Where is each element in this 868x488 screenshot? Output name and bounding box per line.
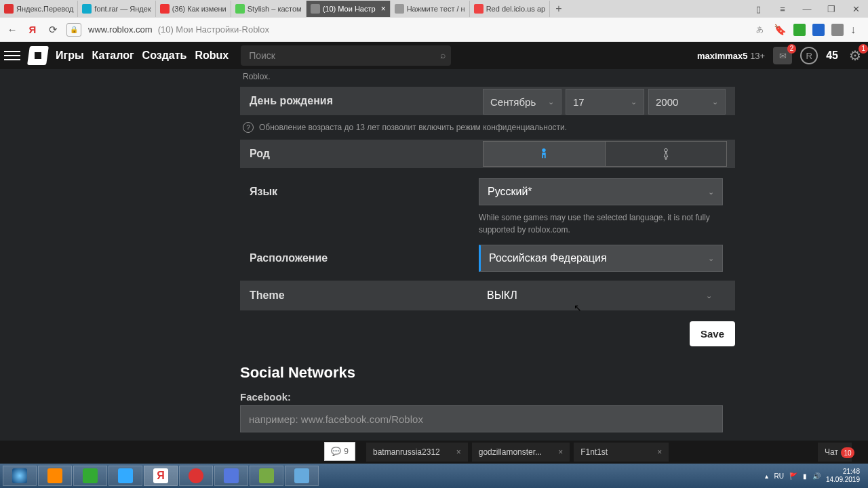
roblox-logo-icon[interactable] [27,46,49,65]
messages-button[interactable]: ✉ 2 [773,47,792,64]
page-content: Roblox. День рождения Сентябрь⌄ 17⌄ 2000… [0,69,868,464]
tab-active[interactable]: (10) Мои Настр× [307,1,391,17]
remnant-text: Roblox. [243,72,735,81]
female-icon [661,148,671,160]
tab[interactable]: Red del.icio.us ap [470,1,550,17]
tray-sound-icon[interactable]: 🔊 [812,472,821,480]
chat-popup[interactable]: 💬 9 [324,442,355,461]
windows-taskbar: Я ▴ RU 🚩 ▮ 🔊 21:48 14.09.2019 [0,464,868,488]
language-label: Язык [240,178,479,206]
tab[interactable]: font.rar — Яндек [78,1,155,17]
taskbar-app[interactable]: Я [144,466,178,486]
extensions: ↓ [793,24,863,36]
settings-button[interactable]: ⚙ 1 [846,47,864,64]
minimize-icon[interactable]: — [795,0,819,18]
url-title: (10) Мои Настройки-Roblox [158,24,269,35]
roblox-topbar: Игры Каталог Создать Robux ⌕ maximmax5 1… [0,42,868,69]
taskbar-app[interactable] [108,466,142,486]
robux-icon[interactable]: R [800,47,818,64]
back-button[interactable]: ← [5,23,19,37]
theme-label: Theme [240,289,479,302]
info-icon: ? [243,122,254,133]
gender-male-button[interactable] [484,142,605,166]
social-heading: Social Networks [240,364,735,382]
menu-icon[interactable]: ≡ [770,0,795,18]
close-icon[interactable]: × [381,4,386,14]
theme-select[interactable]: ВЫКЛ⌄ [479,282,720,309]
url-field[interactable]: www.roblox.com (10) Мои Настройки-Roblox [88,24,746,35]
translate-icon[interactable]: あ [753,23,766,37]
birthday-info: Обновление возраста до 13 лет позволит в… [259,123,567,132]
birthday-day-select[interactable]: 17⌄ [566,89,644,115]
facebook-input[interactable] [240,405,723,432]
birthday-year-select[interactable]: 2000⌄ [648,89,726,115]
taskbar-app[interactable] [38,466,72,486]
chat-tab[interactable]: godzillamonster...× [472,443,570,462]
nav-robux[interactable]: Robux [195,49,229,62]
birthday-label: День рождения [240,87,483,115]
tab[interactable]: Яндекс.Перевод [0,1,78,17]
close-icon[interactable]: × [558,447,563,457]
chevron-down-icon: ⌄ [708,254,714,263]
ext-icon[interactable] [831,24,844,36]
chat-tab[interactable]: F1nt1st× [574,443,669,462]
new-tab-button[interactable]: + [550,3,567,15]
reload-button[interactable]: ⟳ [46,23,60,37]
chevron-down-icon: ⌄ [631,98,637,106]
browser-tabs: Яндекс.Перевод font.rar — Яндек (36) Как… [0,0,868,18]
save-button[interactable]: Save [690,321,735,346]
tab[interactable]: (36) Как измени [156,1,231,17]
svg-point-0 [542,148,546,152]
download-icon[interactable]: ↓ [850,24,863,36]
taskbar-app[interactable] [250,466,283,486]
tray-lang[interactable]: RU [774,472,783,480]
birthday-month-select[interactable]: Сентябрь⌄ [483,89,561,115]
nav-create[interactable]: Создать [142,49,187,62]
gender-label: Род [240,140,483,168]
bookmark-icon[interactable]: 🔖 [773,23,787,37]
tray-clock[interactable]: 21:48 14.09.2019 [826,468,860,484]
male-icon [539,148,549,160]
language-note: While some games may use the selected la… [479,211,723,236]
address-bar: ← Я ⟳ 🔒 www.roblox.com (10) Мои Настройк… [0,18,868,42]
language-select[interactable]: Русский*⌄ [479,178,723,205]
start-button[interactable] [3,466,37,486]
close-icon[interactable]: × [456,447,461,457]
facebook-label: Facebook: [240,391,735,403]
tab[interactable]: Stylish – кастом [231,1,307,17]
search-icon[interactable]: ⌕ [440,49,446,60]
taskbar-app[interactable] [285,466,319,486]
ext-icon[interactable] [812,24,825,36]
tray-flag-icon[interactable]: 🚩 [789,472,797,480]
chevron-down-icon: ⌄ [706,291,712,300]
location-label: Расположение [240,244,479,272]
tray-up-icon[interactable]: ▴ [765,472,768,480]
nav-catalog[interactable]: Каталог [92,49,134,62]
chevron-down-icon: ⌄ [548,98,554,106]
taskbar-app[interactable] [73,466,107,486]
close-icon[interactable]: × [657,447,662,457]
sidebar-toggle-icon[interactable]: ▯ [746,0,770,18]
menu-button[interactable] [4,51,20,60]
nav-games[interactable]: Игры [56,49,84,62]
chevron-down-icon: ⌄ [708,188,714,197]
close-window-icon[interactable]: ✕ [844,0,868,18]
site-info-icon[interactable]: 🔒 [66,23,81,37]
gender-female-button[interactable] [605,142,727,166]
tab[interactable]: Нажмите тест / н [391,1,470,17]
robux-count: 45 [826,49,838,62]
url-host: www.roblox.com [88,24,153,35]
location-select[interactable]: Российская Федерация⌄ [479,245,723,272]
search-input[interactable] [241,45,451,66]
taskbar-app[interactable] [214,466,248,486]
chevron-down-icon: ⌄ [712,98,718,106]
tray-network-icon[interactable]: ▮ [803,472,807,480]
chat-count-badge: 10 [841,447,854,458]
maximize-icon[interactable]: ❐ [819,0,844,18]
username-label[interactable]: maximmax5 13+ [697,51,765,61]
yandex-button[interactable]: Я [26,23,39,37]
chat-tab[interactable]: batmanrussia2312× [366,443,468,462]
chat-bar: 💬 9 batmanrussia2312× godzillamonster...… [0,441,868,464]
ext-icon[interactable] [793,24,806,36]
taskbar-app[interactable] [179,466,213,486]
